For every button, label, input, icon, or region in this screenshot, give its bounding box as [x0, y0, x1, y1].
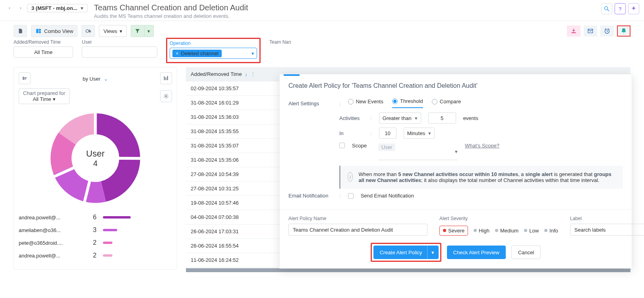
cancel-button[interactable]: Cancel — [511, 246, 541, 259]
caret-down-icon[interactable]: ▾ — [427, 250, 439, 255]
legend-value: 2 — [85, 252, 97, 259]
cell-time: 26-06-2024 17:03:31 — [186, 224, 291, 239]
views-label: Views — [103, 28, 117, 34]
scope-select[interactable]: User ▾ — [378, 143, 458, 160]
help-button[interactable]: ? — [615, 3, 626, 14]
combo-view-button[interactable]: Combo View — [31, 25, 77, 37]
chart-settings-button[interactable] — [160, 90, 172, 102]
chart-scope-value: All Time — [33, 96, 51, 102]
cell-time: 31-08-2024 15:35:55 — [186, 124, 291, 139]
create-alert-panel: Create Alert Policy for 'Teams Channel C… — [279, 74, 632, 269]
col-time[interactable]: Added/Removed Time ↓ ⋮ — [186, 67, 291, 81]
interval-unit-select[interactable]: Minutes — [404, 128, 435, 139]
donut-center-label: User — [86, 149, 104, 159]
severity-info[interactable]: Info — [544, 228, 558, 234]
alert-button[interactable] — [617, 25, 630, 37]
opt-threshold[interactable]: Threshold — [392, 98, 423, 108]
sort-desc-icon[interactable]: ↓ — [245, 71, 248, 77]
chart-layout-button[interactable] — [19, 72, 31, 84]
severity-low[interactable]: Low — [524, 228, 539, 234]
team-filter-label: Team Nan — [269, 39, 305, 45]
events-suffix: events — [463, 115, 478, 121]
caret-down-icon: ▾ — [53, 96, 56, 102]
chart-config-button[interactable] — [160, 72, 172, 84]
cell-time: 27-08-2024 10:31:25 — [186, 182, 291, 196]
email-check-label: Send Email Notification — [361, 193, 414, 199]
chart-scope-selector[interactable]: Chart prepared for All Time▾ — [19, 88, 70, 104]
legend-value: 2 — [85, 239, 97, 246]
chart-title-dropdown[interactable]: ⌄ — [104, 76, 108, 82]
svg-point-17 — [165, 95, 167, 97]
alert-panel-title: Create Alert Policy for 'Teams Channel C… — [280, 76, 632, 94]
operation-filter-label: Operation — [170, 41, 257, 46]
legend-value: 6 — [85, 214, 97, 221]
label-placeholder: Search labels — [574, 227, 606, 233]
svg-line-1 — [607, 10, 609, 11]
horizontal-scrollbar[interactable] — [186, 268, 630, 272]
user-filter-label: User — [82, 39, 157, 45]
scope-help-link[interactable]: What's Scope? — [465, 143, 499, 149]
label-field-label: Label — [570, 216, 644, 221]
cell-time: 31-08-2024 15:36:03 — [186, 110, 291, 124]
col-time-label: Added/Removed Time — [191, 71, 242, 77]
svg-rect-2 — [36, 29, 38, 33]
operation-filter-select[interactable]: × Deleted channel ▾ — [170, 48, 257, 59]
threshold-count-input[interactable]: 5 — [428, 112, 456, 124]
schedule-button[interactable] — [600, 25, 614, 37]
svg-point-0 — [605, 7, 608, 10]
svg-rect-7 — [90, 31, 91, 33]
cell-time: 27-08-2024 10:54:39 — [186, 167, 291, 182]
svg-rect-16 — [167, 76, 168, 80]
check-preview-button[interactable]: Check Alert Preview — [447, 246, 506, 259]
report-icon-button[interactable] — [14, 25, 27, 37]
email-label: Email Notification — [288, 193, 332, 199]
caret-down-icon: ▾ — [81, 5, 83, 11]
user-filter-select[interactable] — [82, 46, 157, 58]
global-search-button[interactable] — [601, 3, 612, 14]
cell-time: 31-08-2024 15:35:07 — [186, 139, 291, 153]
export-button[interactable] — [567, 25, 580, 37]
chart-panel: by User ⌄ Chart prepared for All Time▾ — [14, 67, 177, 270]
email-checkbox[interactable] — [348, 193, 354, 199]
label-select[interactable]: Search labels ▾ — [570, 224, 644, 236]
page-selector[interactable]: 3 (MSFT - mbj.on... ▾ — [27, 4, 88, 12]
legend-name: ameliaben@o36... — [19, 227, 78, 233]
email-button[interactable] — [584, 25, 597, 37]
create-policy-highlight: Create Alert Policy ▾ — [371, 243, 441, 262]
severity-medium[interactable]: Medium — [495, 228, 518, 234]
chart-type-button[interactable] — [81, 25, 95, 37]
legend-name: andrea.powell@... — [19, 215, 78, 221]
opt-compare[interactable]: Compare — [432, 98, 461, 108]
severity-severe[interactable]: Severe — [439, 226, 468, 236]
svg-rect-13 — [24, 79, 26, 79]
chart-title: by User — [83, 76, 101, 82]
policy-name-label: Alert Policy Name — [288, 216, 427, 221]
nav-forward-button[interactable]: › — [16, 3, 25, 13]
page-subtitle: Audits the MS Teams channel creation and… — [94, 13, 248, 19]
operation-chip[interactable]: × Deleted channel — [172, 50, 222, 57]
condition-select[interactable]: Greater than — [379, 112, 421, 124]
col-menu-icon[interactable]: ⋮ — [250, 71, 255, 77]
scope-checkbox[interactable] — [339, 143, 345, 148]
donut-chart: User 4 — [48, 110, 143, 206]
chip-remove-icon[interactable]: × — [176, 50, 179, 56]
policy-name-input[interactable] — [288, 224, 427, 236]
ai-assist-button[interactable] — [628, 3, 639, 14]
filter-dropdown-button[interactable]: ▾ — [144, 25, 154, 37]
alert-settings-label: Alert Settings — [288, 101, 332, 106]
svg-rect-15 — [166, 77, 166, 80]
page-title: Teams Channel Creation and Deletion Audi… — [94, 3, 248, 12]
create-alert-policy-button[interactable]: Create Alert Policy ▾ — [373, 246, 439, 259]
cell-time: 11-06-2024 16:24:52 — [186, 253, 291, 267]
severity-high[interactable]: High — [474, 228, 489, 234]
opt-new-events[interactable]: New Events — [348, 98, 383, 108]
severity-label: Alert Severity — [439, 216, 558, 221]
cell-time: 31-08-2024 15:35:06 — [186, 153, 291, 167]
views-dropdown[interactable]: Views ▾ — [99, 25, 126, 37]
interval-value-input[interactable]: 10 — [379, 128, 396, 139]
legend-bar — [103, 254, 112, 257]
filter-button[interactable] — [131, 25, 144, 37]
time-filter-select[interactable]: All Time — [14, 46, 73, 58]
operation-chip-text: Deleted channel — [181, 50, 219, 56]
nav-back-button[interactable]: ‹ — [5, 3, 14, 13]
